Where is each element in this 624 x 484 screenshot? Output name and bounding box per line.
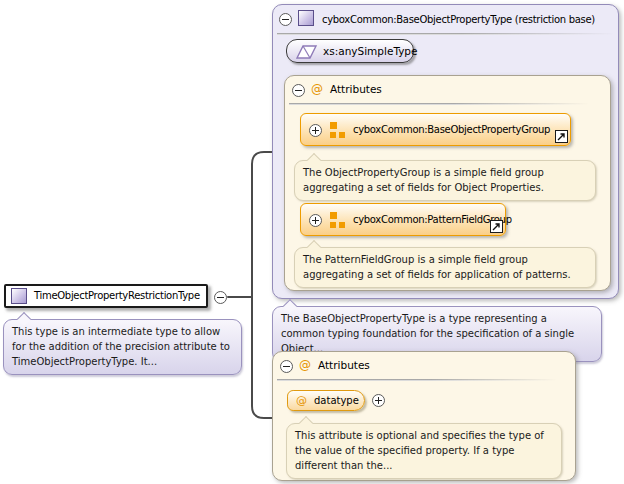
annotation-bubble: The PatternFieldGroup is a simple field … xyxy=(294,247,596,288)
annotation-text: This type is an intermediate type to all… xyxy=(12,326,230,367)
attribute-at-icon: @ xyxy=(299,358,311,372)
collapse-toggle-icon[interactable] xyxy=(279,13,292,26)
element-label: TimeObjectPropertyRestrictionType xyxy=(34,290,200,301)
attribute-label: datatype xyxy=(314,395,359,406)
bubble-notch xyxy=(299,416,313,430)
expand-toggle-icon[interactable] xyxy=(309,214,322,227)
bubble-notch xyxy=(307,240,321,254)
group-box-baseobjectpropertygroup[interactable]: cyboxCommon:BaseObjectPropertyGroup xyxy=(300,113,571,146)
local-attributes-container: @ Attributes @ datatype This attribute i… xyxy=(272,351,576,481)
header-divider xyxy=(277,33,614,35)
collapse-toggle-icon[interactable] xyxy=(280,360,293,373)
expand-toggle-icon[interactable] xyxy=(372,394,385,407)
external-link-icon[interactable] xyxy=(490,220,503,233)
annotation-text: The PatternFieldGroup is a simple field … xyxy=(303,254,571,280)
header-divider xyxy=(277,379,557,381)
base-type-title: cyboxCommon:BaseObjectPropertyType (rest… xyxy=(322,14,595,25)
element-annotation-bubble: This type is an intermediate type to all… xyxy=(3,319,242,375)
annotation-text: This attribute is optional and specifies… xyxy=(295,430,544,471)
annotation-bubble: The ObjectPropertyGroup is a simple fiel… xyxy=(294,160,596,201)
expand-toggle-icon[interactable] xyxy=(309,124,322,137)
simple-type-pill[interactable]: xs:anySimpleType xyxy=(286,39,414,63)
bubble-notch xyxy=(307,153,321,167)
attributes-header: Attributes xyxy=(330,83,382,95)
collapse-toggle-icon[interactable] xyxy=(214,291,227,304)
simple-type-icon xyxy=(296,44,318,60)
collapse-toggle-icon[interactable] xyxy=(292,84,305,97)
base-type-container: cyboxCommon:BaseObjectPropertyType (rest… xyxy=(272,4,619,299)
external-link-icon[interactable] xyxy=(555,130,568,143)
base-attributes-container: @ Attributes cyboxCommon:BaseObjectPrope… xyxy=(284,75,611,291)
complex-type-icon xyxy=(298,10,314,26)
group-label: cyboxCommon:BaseObjectPropertyGroup xyxy=(353,124,550,135)
group-box-patternfieldgroup[interactable]: cyboxCommon:PatternFieldGroup xyxy=(300,203,506,236)
annotation-text: The ObjectPropertyGroup is a simple fiel… xyxy=(303,167,544,193)
attribute-pill-datatype[interactable]: @ datatype xyxy=(287,390,365,411)
header-divider xyxy=(289,103,589,105)
attribute-at-icon: @ xyxy=(311,82,323,96)
attribute-group-icon xyxy=(329,122,346,139)
simple-type-label: xs:anySimpleType xyxy=(323,45,418,57)
annotation-bubble: This attribute is optional and specifies… xyxy=(286,423,562,479)
attribute-at-icon: @ xyxy=(296,394,307,407)
attribute-group-icon xyxy=(329,212,346,229)
attributes-header: Attributes xyxy=(318,359,370,371)
complex-type-icon xyxy=(11,288,27,304)
annotation-text: The BaseObjectPropertyType is a type rep… xyxy=(281,313,574,354)
element-box-timeobjectpropertyrestrictiontype[interactable]: TimeObjectPropertyRestrictionType xyxy=(4,284,208,308)
group-label: cyboxCommon:PatternFieldGroup xyxy=(353,214,512,225)
